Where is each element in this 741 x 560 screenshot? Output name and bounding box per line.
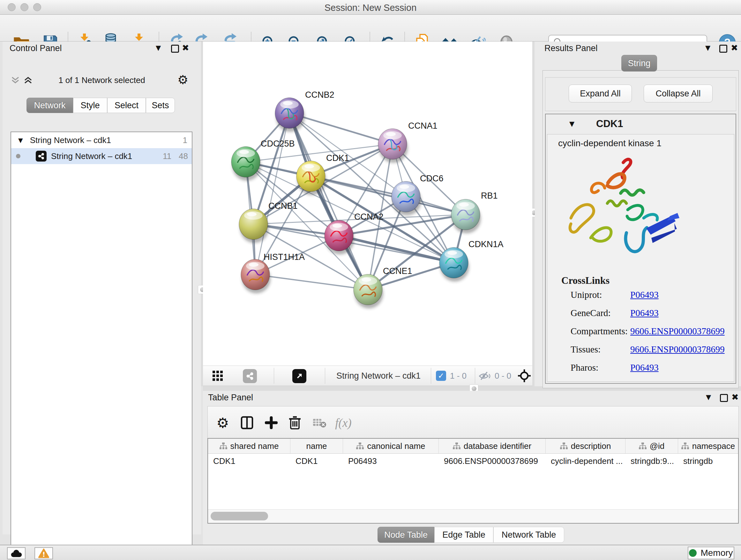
tree-icon (681, 442, 689, 449)
pharos-link[interactable]: P06493 (630, 362, 659, 373)
node-label-CDK1: CDK1 (326, 153, 349, 163)
column-header-id[interactable]: @id (625, 439, 678, 453)
toolbar-separator (325, 368, 325, 384)
tab-sets[interactable]: Sets (146, 98, 175, 113)
genecard-link[interactable]: P06493 (630, 308, 659, 318)
network-view-title: String Network – cdk1 (336, 366, 421, 386)
network-options-gear-icon[interactable]: ⚙ (178, 73, 188, 87)
expand-collapse-box: Expand All Collapse All (545, 77, 736, 111)
float-panel-icon[interactable] (720, 394, 728, 402)
window-title: Session: New Session (0, 3, 741, 13)
network-type-badge (36, 151, 47, 162)
control-panel-title: Control Panel (10, 44, 62, 53)
memory-label: Memory (700, 548, 733, 558)
close-panel-icon[interactable]: ✖ (731, 44, 738, 52)
node-label-RB1: RB1 (481, 191, 498, 200)
column-header-name[interactable]: name (290, 439, 343, 453)
table-row[interactable]: CDK1 CDK1 P06493 9606.ENSP00000378699 cy… (208, 454, 738, 469)
network-list: ▼ String Network – cdk1 1 String Network… (10, 132, 192, 560)
hidden-node-edge-count: 0 - 0 (495, 366, 511, 386)
selected-count-checkbox[interactable]: ✓ (436, 371, 446, 381)
function-builder-button-disabled: f(x) (335, 414, 352, 431)
warnings-button[interactable] (35, 547, 53, 559)
tab-style[interactable]: Style (73, 98, 107, 113)
node-label-HIST1H1A: HIST1H1A (264, 252, 305, 262)
close-panel-icon[interactable]: ✖ (182, 44, 189, 52)
crosslinks-title: CrossLinks (561, 275, 610, 287)
column-header-namespace[interactable]: namespace (678, 439, 738, 453)
tree-icon (560, 442, 568, 449)
current-network-dot (16, 154, 20, 159)
network-row-selected[interactable]: String Network – cdk1 11 48 (11, 148, 192, 164)
column-header-description[interactable]: description (546, 439, 625, 453)
plus-icon (265, 416, 278, 429)
node-count: 11 (163, 151, 172, 161)
collection-name: String Network – cdk1 (30, 135, 111, 145)
tissues-link[interactable]: 9606.ENSP00000378699 (630, 344, 725, 355)
tree-icon (453, 442, 461, 449)
delete-column-button[interactable] (286, 414, 304, 431)
table-options-button[interactable]: ⚙ (214, 414, 231, 431)
network-name: String Network – cdk1 (51, 151, 132, 161)
network-graph[interactable]: CCNB2CCNA1CDC25BCDK1CDC6RB1CCNB1CCNA2CDK… (203, 42, 532, 366)
memory-button[interactable]: Memory (688, 547, 734, 559)
protein-details: cyclin-dependent kinase 1 CrossLinks Uni… (547, 134, 734, 382)
warning-icon (38, 548, 50, 558)
open-in-window-icon[interactable] (292, 369, 307, 383)
cloud-icon (10, 549, 23, 558)
toolbar-separator (274, 368, 274, 384)
float-panel-icon[interactable] (719, 45, 727, 53)
share-network-icon (38, 152, 45, 160)
network-collection-row[interactable]: ▼ String Network – cdk1 1 (11, 132, 192, 148)
panel-menu-icon[interactable]: ▼ (156, 44, 161, 52)
create-column-button[interactable] (263, 414, 280, 431)
protein-result-card: ▼ CDK1 cyclin-dependent kinase 1 CrossLi… (545, 114, 736, 384)
tab-node-table[interactable]: Node Table (378, 527, 434, 543)
node-label-CDKN1A: CDKN1A (468, 240, 503, 249)
expand-all-button[interactable]: Expand All (569, 84, 632, 103)
node-label-CCNA2: CCNA2 (354, 212, 384, 222)
table-panel-title: Table Panel (208, 393, 253, 402)
column-header-database-identifier[interactable]: database identifier (439, 439, 546, 453)
memory-status-dot (689, 549, 697, 557)
tab-network[interactable]: Network (26, 98, 73, 113)
panel-menu-icon[interactable]: ▼ (706, 393, 711, 401)
table-toolbar: ⚙ f(x) (207, 406, 739, 438)
tab-network-table[interactable]: Network Table (493, 527, 564, 543)
edge-count: 48 (179, 151, 188, 161)
compartments-link[interactable]: 9606.ENSP00000378699 (630, 326, 725, 336)
control-panel: Control Panel ▼ ✖ Network Style Select S… (3, 42, 201, 535)
results-panel-title: Results Panel (544, 44, 598, 53)
close-panel-icon[interactable]: ✖ (731, 393, 739, 401)
cloud-status-button[interactable] (7, 547, 25, 559)
control-panel-tabs: Network Style Select Sets (26, 98, 175, 113)
tree-icon (219, 442, 227, 449)
network-badge-icon[interactable] (243, 369, 257, 383)
column-header-shared-name[interactable]: shared name (208, 439, 290, 453)
toolbar-separator (431, 368, 431, 384)
grid-view-icon[interactable] (212, 370, 224, 382)
table-horizontal-scrollbar[interactable] (208, 509, 738, 523)
collapse-all-button[interactable]: Collapse All (644, 84, 713, 103)
tab-select[interactable]: Select (107, 98, 146, 113)
tab-string[interactable]: String (621, 55, 657, 71)
tab-edge-table[interactable]: Edge Table (434, 527, 493, 543)
collection-count: 1 (183, 135, 187, 145)
node-label-CCNB2: CCNB2 (305, 90, 334, 100)
title-bar: Session: New Session (0, 0, 741, 15)
show-columns-button[interactable] (239, 414, 256, 431)
float-panel-icon[interactable] (171, 45, 179, 53)
collection-expand-icon[interactable]: ▼ (18, 137, 23, 144)
hidden-count-eye-slash-icon (479, 371, 491, 381)
uniprot-link[interactable]: P06493 (630, 290, 659, 300)
scrollbar-thumb[interactable] (211, 512, 268, 520)
node-table[interactable]: shared name name canonical name database… (207, 438, 739, 523)
column-header-canonical-name[interactable]: canonical name (343, 439, 439, 453)
panel-menu-icon[interactable]: ▼ (705, 44, 711, 52)
node-label-CDC6: CDC6 (420, 174, 444, 183)
birdseye-crosshair-icon[interactable] (518, 369, 531, 382)
network-canvas[interactable]: CCNB2CCNA1CDC25BCDK1CDC6RB1CCNB1CCNA2CDK… (203, 42, 532, 366)
protein-expand-icon[interactable]: ▼ (569, 120, 575, 128)
selected-node-edge-count: 1 - 0 (450, 366, 467, 386)
node-label-CCNE1: CCNE1 (383, 266, 412, 276)
